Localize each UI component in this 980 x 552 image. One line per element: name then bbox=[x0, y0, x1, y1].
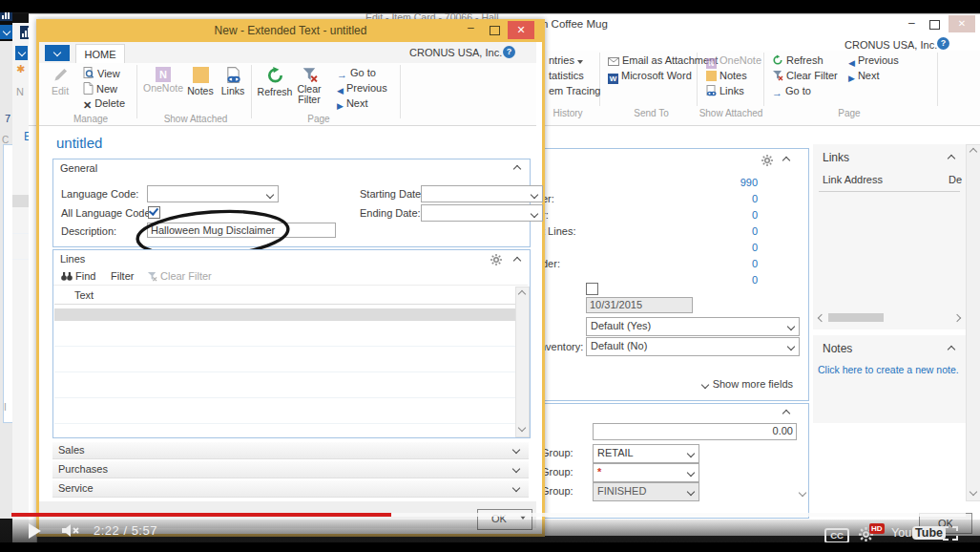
grid-rows[interactable] bbox=[54, 321, 515, 435]
text-fragment: C bbox=[2, 135, 9, 145]
description-input[interactable]: Halloween Mug Disclaimer bbox=[147, 223, 336, 238]
stat-value[interactable]: 0 bbox=[526, 274, 758, 286]
item-number-fragment: 7 bbox=[5, 113, 10, 124]
previous-button[interactable]: ◀Previous bbox=[337, 82, 387, 96]
starting-date-dropdown[interactable] bbox=[421, 185, 543, 202]
collapse-links-icon[interactable] bbox=[948, 155, 955, 162]
company-name: CRONUS USA, Inc. bbox=[409, 47, 502, 58]
play-button[interactable] bbox=[29, 523, 41, 539]
collapse-fasttab-icon[interactable] bbox=[782, 410, 790, 417]
clear-filter-button[interactable]: Clear Filter bbox=[147, 270, 212, 284]
goto-button[interactable]: →Go to bbox=[772, 85, 811, 98]
notes-button[interactable]: Notes bbox=[706, 70, 747, 81]
entries-button[interactable]: ntries bbox=[549, 54, 583, 66]
scroll-down-icon[interactable] bbox=[970, 488, 977, 496]
volume-muted-icon[interactable] bbox=[61, 522, 82, 541]
video-progress-track[interactable] bbox=[11, 513, 966, 517]
app-menu-button[interactable] bbox=[45, 45, 70, 61]
collapse-notes-icon[interactable] bbox=[948, 346, 955, 353]
purchases-section-bar[interactable]: Purchases bbox=[52, 461, 529, 478]
maximize-button[interactable] bbox=[490, 26, 500, 35]
collapse-fasttab-icon[interactable] bbox=[782, 157, 790, 164]
clear-filter-button[interactable]: Clear Filter bbox=[293, 67, 325, 105]
goto-button[interactable]: →Go to bbox=[337, 67, 376, 80]
onenote-button[interactable]: NOneNote bbox=[706, 54, 761, 69]
sales-section-bar[interactable]: Sales bbox=[52, 442, 529, 459]
filter-button[interactable]: Filter bbox=[111, 270, 134, 282]
find-button[interactable]: Find bbox=[61, 270, 95, 284]
default-yes-dropdown[interactable]: Default (Yes) bbox=[586, 317, 800, 336]
refresh-button[interactable]: Refresh bbox=[257, 67, 293, 97]
lines-vertical-scrollbar[interactable] bbox=[515, 287, 530, 437]
dialog-titlebar[interactable]: New - Extended Text - untitled – ✕ bbox=[36, 19, 545, 42]
stat-value[interactable]: 990 bbox=[526, 177, 758, 188]
language-code-dropdown[interactable] bbox=[147, 185, 279, 202]
customize-gear-icon[interactable] bbox=[761, 155, 773, 168]
closed-captions-button[interactable]: CC bbox=[824, 528, 849, 543]
create-note-link[interactable]: Click here to create a new note. bbox=[818, 364, 959, 375]
next-button[interactable]: ▶Next bbox=[337, 97, 368, 111]
home-tab[interactable]: HOME bbox=[75, 44, 125, 64]
ending-date-dropdown[interactable] bbox=[421, 204, 543, 222]
edit-button[interactable]: Edit bbox=[45, 67, 75, 96]
general-header[interactable]: General bbox=[60, 162, 97, 174]
stat-value[interactable]: 0 bbox=[526, 193, 758, 204]
stat-value[interactable]: 0 bbox=[526, 209, 758, 221]
scrollbar-thumb[interactable] bbox=[828, 313, 884, 322]
item-tracing-button[interactable]: em Tracing bbox=[549, 85, 600, 96]
scroll-right-icon[interactable] bbox=[953, 314, 961, 322]
default-no-dropdown[interactable]: Default (No) bbox=[586, 337, 800, 356]
text-column-header[interactable]: Text bbox=[74, 289, 94, 301]
stat-value[interactable]: 0 bbox=[526, 242, 758, 253]
stat-value[interactable]: 0 bbox=[526, 258, 758, 269]
scroll-up-icon[interactable] bbox=[518, 290, 526, 298]
microsoft-word-button[interactable]: WMicrosoft Word bbox=[608, 70, 692, 84]
onenote-button[interactable]: N OneNote bbox=[142, 67, 184, 94]
minimize-button[interactable]: – bbox=[468, 21, 474, 34]
collapse-general-icon[interactable] bbox=[513, 165, 521, 173]
inventory-posting-group-dropdown[interactable]: FINISHED bbox=[593, 482, 699, 501]
youtube-logo[interactable]: YouTube bbox=[891, 526, 946, 540]
show-more-fields-link[interactable]: Show more fields bbox=[650, 378, 793, 390]
help-icon[interactable]: ? bbox=[503, 46, 515, 58]
links-horizontal-scrollbar[interactable] bbox=[817, 312, 962, 323]
unit-price-field[interactable]: 0.00 bbox=[593, 423, 797, 440]
clear-filter-button[interactable]: Clear Filter bbox=[772, 70, 838, 83]
links-button[interactable]: Links bbox=[706, 85, 744, 98]
fullscreen-button[interactable] bbox=[943, 526, 958, 542]
close-button[interactable]: ✕ bbox=[508, 21, 534, 39]
statistics-button[interactable]: tatistics bbox=[549, 70, 584, 81]
app-menu-button[interactable] bbox=[0, 25, 12, 39]
collapse-lines-icon[interactable] bbox=[513, 257, 521, 265]
scroll-up-icon[interactable] bbox=[970, 148, 977, 156]
vat-prod-posting-group-dropdown[interactable]: * bbox=[593, 463, 699, 482]
previous-button[interactable]: ◀Previous bbox=[848, 54, 899, 68]
service-label: Service bbox=[58, 482, 94, 494]
selected-grid-row[interactable] bbox=[54, 308, 515, 321]
app-menu-button[interactable] bbox=[15, 46, 28, 60]
all-language-codes-checkbox[interactable] bbox=[148, 206, 160, 219]
previous-icon: ◀ bbox=[337, 86, 344, 96]
new-button[interactable]: New bbox=[83, 82, 117, 96]
maximize-button[interactable] bbox=[929, 20, 940, 30]
delete-button[interactable]: ✕Delete bbox=[83, 97, 125, 112]
email-as-attachment-button[interactable]: Email as Attachment bbox=[608, 54, 718, 68]
word-icon: W bbox=[608, 74, 618, 84]
scroll-left-icon[interactable] bbox=[818, 314, 825, 322]
blocked-checkbox[interactable] bbox=[586, 283, 598, 295]
links-button[interactable]: Links bbox=[217, 67, 249, 96]
window-vertical-scrollbar[interactable] bbox=[966, 144, 980, 501]
help-icon[interactable]: ? bbox=[937, 37, 949, 50]
close-button[interactable]: ✕ bbox=[949, 15, 975, 32]
minimize-button[interactable]: – bbox=[908, 16, 915, 30]
new-document-icon bbox=[83, 82, 94, 96]
next-button[interactable]: ▶Next bbox=[848, 70, 880, 83]
notes-button[interactable]: Notes bbox=[184, 67, 217, 96]
view-button[interactable]: View bbox=[83, 67, 120, 81]
service-section-bar[interactable]: Service bbox=[52, 480, 529, 498]
lines-header[interactable]: Lines bbox=[60, 253, 85, 265]
refresh-button[interactable]: Refresh bbox=[772, 54, 824, 68]
scroll-down-icon[interactable] bbox=[518, 424, 526, 432]
customize-gear-icon[interactable] bbox=[490, 254, 502, 267]
gen-prod-posting-group-dropdown[interactable]: RETAIL bbox=[593, 444, 699, 463]
